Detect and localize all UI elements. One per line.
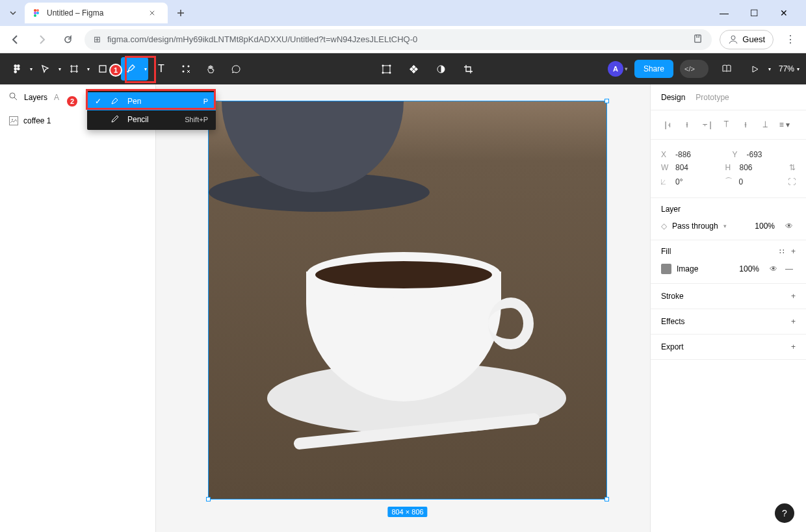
blend-icon[interactable]: ◇ xyxy=(661,222,667,231)
align-top[interactable]: ⟙ xyxy=(720,120,733,130)
svg-point-15 xyxy=(183,71,185,73)
remove-fill-icon[interactable]: — xyxy=(785,264,796,273)
book-icon xyxy=(722,64,732,74)
avatar-chevron-icon[interactable]: ▾ xyxy=(625,66,628,72)
svg-point-1 xyxy=(36,9,39,12)
annotation-badge-2: 2 xyxy=(66,95,79,108)
fill-type[interactable]: Image xyxy=(677,264,698,273)
share-button[interactable]: Share xyxy=(634,60,673,78)
mask-icon xyxy=(436,64,446,74)
dev-mode-toggle[interactable]: </> xyxy=(680,60,708,78)
comment-tool[interactable] xyxy=(224,57,247,81)
tab-close-button[interactable] xyxy=(150,8,160,18)
search-icon[interactable] xyxy=(9,92,18,103)
present-button[interactable]: ▾ xyxy=(745,57,772,81)
h-input[interactable]: 806 xyxy=(740,163,772,172)
svg-point-22 xyxy=(10,93,15,98)
fill-visibility-icon[interactable]: 👁 xyxy=(770,264,780,273)
library-button[interactable] xyxy=(715,57,738,81)
annotation-box-2 xyxy=(86,89,216,110)
align-v-center[interactable]: ⫲ xyxy=(739,120,752,130)
h-label: H xyxy=(725,163,734,172)
svg-rect-7 xyxy=(14,64,17,68)
window-maximize[interactable]: ☐ xyxy=(745,4,763,22)
play-icon xyxy=(751,65,759,73)
fill-thumbnail[interactable] xyxy=(661,264,671,274)
address-bar[interactable]: ⊞ figma.com/design/mHy69ikdLNTMt8pKdADXX… xyxy=(84,29,712,50)
browser-tab[interactable]: Untitled – Figma xyxy=(25,3,168,23)
user-avatar[interactable]: A xyxy=(608,61,623,77)
add-export-icon[interactable]: + xyxy=(791,342,796,351)
site-settings-icon[interactable]: ⊞ xyxy=(94,34,101,44)
visibility-icon[interactable]: 👁 xyxy=(785,222,796,231)
layer-section-title: Layer xyxy=(661,205,681,214)
opacity-input[interactable]: 100% xyxy=(755,222,775,231)
hand-tool[interactable] xyxy=(199,57,222,81)
nav-reload[interactable] xyxy=(58,31,77,49)
image-layer-icon xyxy=(9,116,18,125)
export-section-title: Export xyxy=(661,342,684,351)
svg-point-10 xyxy=(17,68,20,71)
align-bottom[interactable]: ⟘ xyxy=(759,120,772,130)
w-input[interactable]: 804 xyxy=(675,163,708,172)
align-right[interactable]: ⫟| xyxy=(700,120,713,130)
zoom-menu[interactable]: 77%▾ xyxy=(779,64,800,73)
svg-rect-8 xyxy=(17,64,20,68)
add-effect-icon[interactable]: + xyxy=(791,317,796,326)
bookmark-icon[interactable] xyxy=(693,34,703,45)
stroke-section-title: Stroke xyxy=(661,292,684,301)
pen-menu-item-pencil[interactable]: Pencil Shift+P xyxy=(87,110,216,129)
align-left[interactable]: |⫞ xyxy=(661,120,674,130)
window-minimize[interactable]: — xyxy=(715,4,733,22)
canvas[interactable]: 804 × 806 xyxy=(156,84,650,532)
constrain-proportions-icon[interactable]: ⇅ xyxy=(789,163,796,172)
browser-menu[interactable]: ⋮ xyxy=(781,31,800,49)
component-tool[interactable] xyxy=(402,57,425,81)
y-input[interactable]: -693 xyxy=(747,150,779,159)
align-h-center[interactable]: ⫲ xyxy=(681,120,694,130)
profile-button[interactable]: Guest xyxy=(720,30,774,49)
resize-handle-bl[interactable] xyxy=(206,497,211,501)
svg-rect-5 xyxy=(695,34,701,42)
add-fill-icon[interactable]: + xyxy=(791,247,796,256)
assets-tab[interactable]: A xyxy=(54,93,59,102)
new-tab-button[interactable] xyxy=(172,4,190,22)
edit-object-tool[interactable] xyxy=(374,57,398,81)
resize-handle-br[interactable] xyxy=(604,497,609,501)
selection-frame[interactable]: 804 × 806 xyxy=(208,101,607,500)
blend-mode-select[interactable]: Pass through xyxy=(672,222,718,231)
resize-handle-tr[interactable] xyxy=(604,99,609,103)
prototype-tab[interactable]: Prototype xyxy=(696,93,729,102)
corner-input[interactable]: 0 xyxy=(739,177,772,186)
annotation-badge-1: 1 xyxy=(109,64,122,77)
crop-tool[interactable] xyxy=(456,57,480,81)
help-button[interactable]: ? xyxy=(775,503,794,523)
move-tool[interactable]: ▾ xyxy=(35,57,62,81)
coffee-image[interactable] xyxy=(209,101,606,499)
svg-point-20 xyxy=(389,71,391,73)
window-close[interactable]: ✕ xyxy=(775,4,793,22)
dimensions-label: 804 × 806 xyxy=(387,507,427,517)
main-menu[interactable]: ▾ xyxy=(6,57,34,81)
frame-tool[interactable]: ▾ xyxy=(64,57,91,81)
mask-tool[interactable] xyxy=(429,57,452,81)
svg-rect-16 xyxy=(383,66,390,73)
fill-opacity-input[interactable]: 100% xyxy=(739,264,759,273)
resources-tool[interactable] xyxy=(174,57,198,81)
x-input[interactable]: -886 xyxy=(675,150,708,159)
figma-logo-icon xyxy=(32,8,42,18)
rotation-input[interactable]: 0° xyxy=(675,177,708,186)
chevron-down-icon xyxy=(9,9,17,17)
add-stroke-icon[interactable]: + xyxy=(791,292,796,301)
design-tab[interactable]: Design xyxy=(661,93,685,102)
more-align[interactable]: ≡ ▾ xyxy=(778,120,791,130)
tab-search-dropdown[interactable] xyxy=(5,5,21,21)
svg-point-6 xyxy=(731,36,735,40)
fill-style-icon[interactable]: ∷ xyxy=(779,247,785,256)
svg-point-0 xyxy=(34,9,36,12)
svg-point-4 xyxy=(34,14,36,17)
layers-tab[interactable]: Layers xyxy=(24,93,47,102)
nav-back[interactable] xyxy=(6,31,25,49)
nav-forward[interactable] xyxy=(32,31,51,49)
independent-corners-icon[interactable]: ⛶ xyxy=(788,177,796,186)
